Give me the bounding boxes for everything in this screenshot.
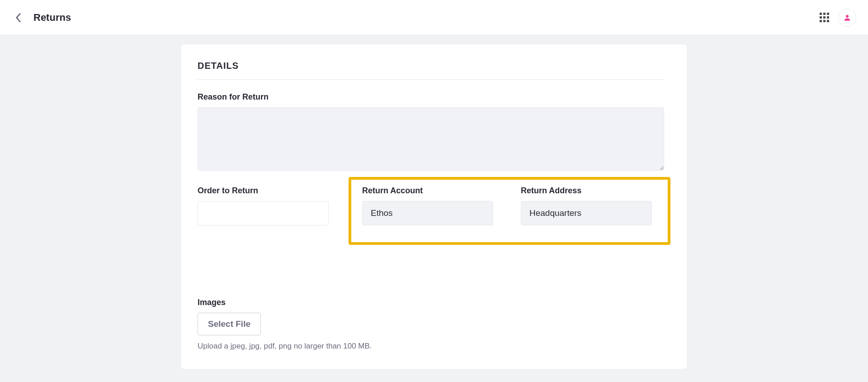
section-title: DETAILS — [198, 61, 664, 80]
user-avatar[interactable] — [838, 9, 856, 27]
return-account-label: Return Account — [362, 186, 498, 196]
highlighted-return-fields: Return Account Return Address — [349, 177, 670, 245]
fields-row: Order to Return Return Account Return Ad… — [198, 186, 664, 225]
return-address-field: Return Address — [521, 186, 657, 242]
return-account-field: Return Account — [362, 186, 498, 242]
reason-label: Reason for Return — [198, 92, 664, 102]
apps-menu-button[interactable] — [820, 13, 829, 22]
svg-point-0 — [846, 15, 849, 18]
images-section: Images Select File Upload a jpeg, jpg, p… — [198, 298, 664, 351]
upload-hint: Upload a jpeg, jpg, pdf, png no larger t… — [198, 342, 664, 351]
chevron-left-icon — [15, 13, 21, 23]
user-icon — [843, 14, 851, 22]
return-address-input[interactable] — [521, 201, 652, 225]
return-account-input[interactable] — [362, 201, 493, 225]
reason-for-return-input[interactable] — [198, 107, 664, 171]
apps-grid-icon — [820, 13, 829, 22]
header-left: Returns — [12, 11, 71, 24]
return-address-label: Return Address — [521, 186, 657, 196]
details-card: DETAILS Reason for Return Order to Retur… — [181, 44, 687, 369]
back-button[interactable] — [12, 11, 24, 24]
images-label: Images — [198, 298, 664, 307]
top-header: Returns — [0, 0, 868, 35]
order-to-return-field: Order to Return — [198, 186, 347, 225]
select-file-button[interactable]: Select File — [198, 313, 261, 335]
order-to-return-input[interactable] — [198, 201, 329, 225]
main-content: DETAILS Reason for Return Order to Retur… — [0, 35, 868, 369]
header-right — [820, 9, 856, 27]
page-title: Returns — [33, 12, 71, 24]
order-to-return-label: Order to Return — [198, 186, 347, 196]
